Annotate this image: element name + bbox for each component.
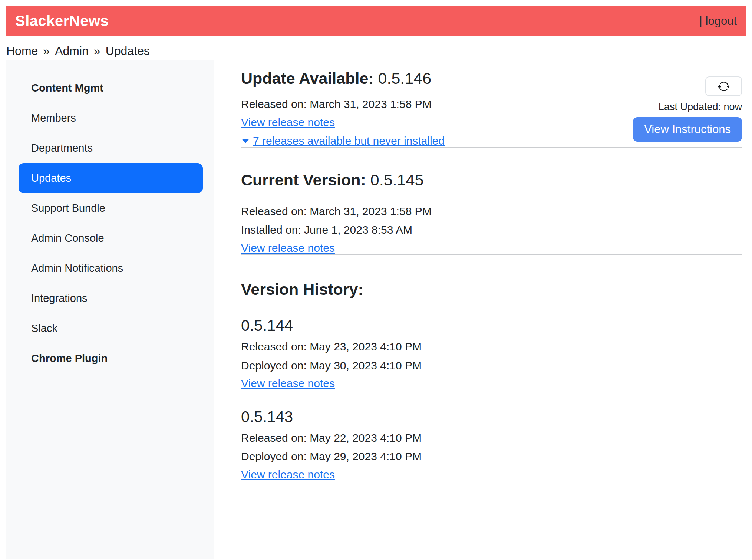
current-installed-on-text: Installed on: June 1, 2023 8:53 AM bbox=[241, 224, 742, 237]
page: { "colors": { "header_bg": "#f55c5c", "s… bbox=[0, 0, 752, 560]
update-available-heading: Update Available: 0.5.146 bbox=[241, 69, 445, 88]
breadcrumb-separator: » bbox=[94, 44, 100, 57]
sidebar-item-content-mgmt[interactable]: Content Mgmt bbox=[19, 73, 203, 103]
update-available-label: Update Available: bbox=[241, 69, 374, 87]
sidebar-nav: Content MgmtMembersDepartmentsUpdatesSup… bbox=[6, 60, 214, 559]
view-release-notes-link[interactable]: View release notes bbox=[241, 377, 335, 390]
view-release-notes-link[interactable]: View release notes bbox=[241, 242, 335, 255]
update-available-section: Update Available: 0.5.146 Released on: M… bbox=[241, 69, 742, 147]
current-released-on-text: Released on: March 31, 2023 1:58 PM bbox=[241, 205, 742, 218]
sidebar-item-admin-notifications[interactable]: Admin Notifications bbox=[19, 253, 203, 283]
sidebar-item-slack[interactable]: Slack bbox=[19, 313, 203, 343]
release-notes-row: View release notes bbox=[241, 463, 742, 481]
version-number: 0.5.144 bbox=[241, 317, 742, 335]
section-divider bbox=[241, 254, 742, 255]
view-instructions-button[interactable]: View Instructions bbox=[633, 117, 742, 142]
refresh-button[interactable] bbox=[705, 76, 742, 96]
section-divider bbox=[241, 147, 742, 148]
version-history-section: Version History: 0.5.144 Released on: Ma… bbox=[241, 280, 742, 481]
app-header: SlackerNews | logout bbox=[6, 6, 746, 36]
sidebar-item-integrations[interactable]: Integrations bbox=[19, 283, 203, 313]
version-history-entry: 0.5.143 Released on: May 22, 2023 4:10 P… bbox=[241, 408, 742, 481]
version-history-list: 0.5.144 Released on: May 23, 2023 4:10 P… bbox=[241, 317, 742, 481]
breadcrumb: Home»Admin»Updates bbox=[6, 44, 746, 58]
refresh-icon bbox=[718, 80, 730, 93]
breadcrumb-item-updates: Updates bbox=[106, 44, 150, 57]
releases-notice-link[interactable]: 7 releases available but never installed bbox=[253, 135, 445, 147]
app-title: SlackerNews bbox=[15, 13, 109, 29]
current-version-heading: Current Version: 0.5.145 bbox=[241, 171, 742, 189]
update-available-info: Update Available: 0.5.146 Released on: M… bbox=[241, 69, 445, 147]
last-updated-text: Last Updated: now bbox=[659, 101, 742, 113]
sidebar-item-departments[interactable]: Departments bbox=[19, 133, 203, 163]
version-history-entry: 0.5.144 Released on: May 23, 2023 4:10 P… bbox=[241, 317, 742, 390]
breadcrumb-item-admin[interactable]: Admin bbox=[55, 44, 89, 57]
update-controls: Last Updated: now View Instructions bbox=[633, 76, 742, 142]
breadcrumb-item-home[interactable]: Home bbox=[6, 44, 38, 57]
released-on-text: Released on: May 22, 2023 4:10 PM bbox=[241, 432, 742, 445]
current-version-label: Current Version: bbox=[241, 171, 366, 189]
version-number: 0.5.143 bbox=[241, 408, 742, 426]
view-release-notes-link[interactable]: View release notes bbox=[241, 116, 335, 129]
current-release-notes-row: View release notes bbox=[241, 237, 742, 255]
sidebar-item-support-bundle[interactable]: Support Bundle bbox=[19, 193, 203, 223]
view-release-notes-link[interactable]: View release notes bbox=[241, 468, 335, 481]
current-version-number: 0.5.145 bbox=[370, 171, 423, 189]
main-content: Update Available: 0.5.146 Released on: M… bbox=[241, 60, 742, 559]
update-available-version-value: 0.5.146 bbox=[378, 69, 431, 87]
releases-notice-row: 7 releases available but never installed bbox=[241, 135, 445, 147]
release-notes-row: View release notes bbox=[241, 372, 742, 390]
breadcrumb-separator: » bbox=[43, 44, 50, 57]
sidebar-item-admin-console[interactable]: Admin Console bbox=[19, 223, 203, 253]
sidebar-item-members[interactable]: Members bbox=[19, 103, 203, 133]
update-released-on-text: Released on: March 31, 2023 1:58 PM bbox=[241, 98, 445, 111]
deployed-on-text: Deployed on: May 29, 2023 4:10 PM bbox=[241, 450, 742, 463]
version-history-heading: Version History: bbox=[241, 280, 742, 299]
deployed-on-text: Deployed on: May 30, 2023 4:10 PM bbox=[241, 359, 742, 372]
current-version-section: Current Version: 0.5.145 Released on: Ma… bbox=[241, 171, 742, 254]
update-release-notes-row: View release notes bbox=[241, 111, 445, 129]
caret-down-icon bbox=[241, 136, 250, 145]
layout: Content MgmtMembersDepartmentsUpdatesSup… bbox=[6, 60, 746, 559]
logout-link[interactable]: | logout bbox=[699, 14, 737, 28]
sidebar-item-chrome-plugin[interactable]: Chrome Plugin bbox=[19, 343, 203, 373]
sidebar-item-updates[interactable]: Updates bbox=[19, 163, 203, 193]
released-on-text: Released on: May 23, 2023 4:10 PM bbox=[241, 340, 742, 353]
